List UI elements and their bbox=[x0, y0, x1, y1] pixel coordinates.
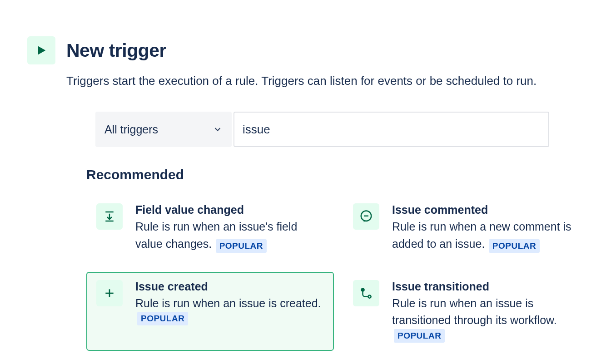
trigger-cards-grid: Field value changed Rule is run when an … bbox=[86, 195, 589, 350]
dropdown-label: All triggers bbox=[104, 123, 158, 136]
trigger-card-issue-transitioned[interactable]: Issue transitioned Rule is run when an i… bbox=[343, 272, 591, 351]
plus-icon bbox=[96, 280, 123, 306]
trigger-card-issue-commented[interactable]: Issue commented Rule is run when a new c… bbox=[343, 195, 591, 261]
popular-badge: POPULAR bbox=[394, 329, 445, 343]
section-title: Recommended bbox=[86, 167, 589, 182]
page-subtitle: Triggers start the execution of a rule. … bbox=[66, 73, 589, 89]
chevron-down-icon bbox=[213, 124, 223, 134]
trigger-search-input[interactable] bbox=[233, 112, 549, 147]
card-desc: Rule is run when a new comment is added … bbox=[392, 220, 571, 250]
popular-badge: POPULAR bbox=[489, 239, 540, 253]
popular-badge: POPULAR bbox=[137, 312, 188, 325]
card-title: Issue transitioned bbox=[392, 280, 581, 293]
popular-badge: POPULAR bbox=[216, 239, 267, 253]
comment-icon bbox=[353, 203, 379, 230]
card-title: Issue commented bbox=[392, 203, 581, 216]
svg-point-7 bbox=[361, 288, 364, 291]
card-title: Field value changed bbox=[135, 203, 324, 216]
field-change-icon bbox=[96, 203, 123, 230]
card-desc: Rule is run when an issue is transitione… bbox=[392, 297, 557, 327]
trigger-card-issue-created[interactable]: Issue created Rule is run when an issue … bbox=[86, 272, 334, 351]
page-title: New trigger bbox=[66, 40, 166, 61]
svg-point-8 bbox=[368, 295, 371, 298]
card-title: Issue created bbox=[135, 280, 324, 293]
play-icon bbox=[27, 36, 55, 64]
trigger-category-dropdown[interactable]: All triggers bbox=[95, 112, 232, 147]
card-desc: Rule is run when an issue is created. bbox=[135, 297, 321, 310]
transition-icon bbox=[353, 280, 379, 306]
trigger-card-field-value-changed[interactable]: Field value changed Rule is run when an … bbox=[86, 195, 334, 261]
